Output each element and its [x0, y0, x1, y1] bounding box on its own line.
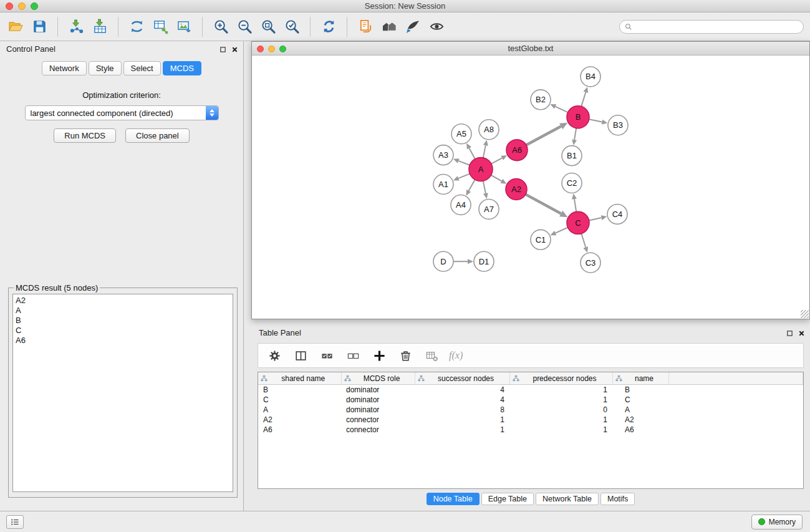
result-item[interactable]: B — [16, 316, 230, 326]
tab-mcds[interactable]: MCDS — [163, 61, 201, 75]
network-table-button[interactable] — [148, 16, 172, 37]
import-table-button[interactable] — [88, 16, 112, 37]
tab-select[interactable]: Select — [123, 61, 161, 75]
result-item[interactable]: A2 — [16, 296, 230, 306]
result-item[interactable]: C — [16, 326, 230, 336]
gear-button[interactable] — [266, 347, 283, 364]
task-history-button[interactable] — [6, 515, 24, 529]
graph-edge[interactable] — [469, 148, 475, 158]
zoom-out-button[interactable] — [233, 16, 256, 37]
graph-edge[interactable] — [458, 174, 470, 178]
graph-edge[interactable] — [469, 180, 475, 191]
float-panel-icon[interactable] — [219, 46, 226, 53]
network-close-button[interactable] — [257, 46, 264, 52]
run-mcds-button[interactable]: Run MCDS — [54, 128, 116, 143]
search-input[interactable] — [633, 22, 803, 32]
close-window-button[interactable] — [6, 2, 13, 10]
cell-successor_nodes[interactable]: 1 — [415, 415, 509, 425]
graph-edge[interactable] — [483, 145, 486, 158]
table-close-panel-icon[interactable] — [798, 330, 805, 337]
cell-name[interactable]: A — [612, 405, 668, 415]
optimization-dropdown[interactable]: largest connected component (directed) — [25, 105, 219, 120]
share-network-button[interactable] — [125, 16, 148, 37]
zoom-in-button[interactable] — [209, 16, 233, 37]
graph-edge[interactable] — [483, 181, 486, 193]
table-row[interactable]: Cdominator41C — [258, 395, 803, 405]
cell-predecessor_nodes[interactable]: 1 — [509, 395, 612, 405]
cell-mcds_role[interactable]: dominator — [341, 395, 415, 405]
resize-grip-icon[interactable] — [801, 310, 809, 318]
cell-name[interactable]: A6 — [612, 425, 668, 435]
table-row[interactable]: Bdominator41B — [258, 385, 803, 395]
network-image-button[interactable] — [172, 16, 196, 37]
graph-edge[interactable] — [458, 161, 470, 165]
zoom-fit-button[interactable] — [256, 16, 280, 37]
zoom-window-button[interactable] — [31, 2, 38, 10]
graph-edge[interactable] — [581, 234, 586, 248]
save-button[interactable] — [27, 16, 51, 37]
graph-edge[interactable] — [526, 195, 561, 214]
cell-predecessor_nodes[interactable]: 1 — [509, 415, 612, 425]
tab-node-table[interactable]: Node Table — [427, 493, 480, 505]
cell-mcds_role[interactable]: dominator — [341, 385, 415, 395]
column-header[interactable]: name — [612, 372, 668, 385]
home-button[interactable] — [377, 16, 401, 37]
graph-edge[interactable] — [574, 199, 576, 211]
cell-mcds_role[interactable]: dominator — [341, 405, 415, 415]
import-network-button[interactable] — [64, 16, 88, 37]
cell-shared_name[interactable]: C — [258, 395, 341, 405]
deselect-all-button[interactable] — [344, 347, 362, 364]
add-row-button[interactable] — [370, 347, 388, 364]
cell-shared_name[interactable]: A2 — [258, 415, 341, 425]
table-float-panel-icon[interactable] — [786, 330, 793, 337]
graph-edge[interactable] — [526, 126, 561, 145]
result-item[interactable]: A — [16, 306, 230, 316]
style-brush-button[interactable] — [401, 16, 425, 37]
mcds-result-list[interactable]: A2ABCA6 — [12, 294, 233, 492]
tab-motifs[interactable]: Motifs — [600, 493, 635, 505]
table-row[interactable]: A2connector11A2 — [258, 415, 803, 425]
graph-edge[interactable] — [589, 119, 602, 122]
cell-name[interactable]: B — [612, 385, 668, 395]
cell-mcds_role[interactable]: connector — [341, 425, 415, 435]
cell-shared_name[interactable]: A — [258, 405, 341, 415]
refresh-button[interactable] — [317, 16, 340, 37]
tab-edge-table[interactable]: Edge Table — [481, 493, 534, 505]
function-builder-button[interactable]: f(x) — [449, 350, 463, 361]
close-panel-icon[interactable] — [231, 46, 238, 53]
table-row[interactable]: A6connector11A6 — [258, 425, 803, 435]
cell-name[interactable]: A2 — [612, 415, 668, 425]
result-item[interactable]: A6 — [16, 336, 230, 346]
graph-edge[interactable] — [589, 218, 602, 220]
close-panel-button[interactable]: Close panel — [125, 128, 190, 143]
cell-successor_nodes[interactable]: 4 — [415, 395, 509, 405]
graph-edge[interactable] — [556, 107, 568, 112]
graph-edge[interactable] — [574, 128, 576, 140]
column-header[interactable]: shared name — [258, 372, 341, 385]
network-zoom-button[interactable] — [279, 46, 286, 52]
cell-successor_nodes[interactable]: 1 — [415, 425, 509, 435]
columns-button[interactable] — [292, 347, 309, 364]
graph-edge[interactable] — [581, 92, 586, 107]
tab-network-table[interactable]: Network Table — [536, 493, 599, 505]
cell-successor_nodes[interactable]: 4 — [415, 385, 509, 395]
tab-network[interactable]: Network — [42, 61, 87, 75]
network-canvas[interactable]: B4B2BB3A5A8A6B1A3AC2A1A2A4A7C4CC1C3DD1 — [252, 56, 809, 319]
open-button[interactable] — [4, 16, 27, 37]
cell-shared_name[interactable]: B — [258, 385, 341, 395]
zoom-selected-button[interactable] — [280, 16, 304, 37]
table-row[interactable]: Adominator80A — [258, 405, 803, 415]
graph-edge[interactable] — [491, 175, 502, 181]
copy-page-button[interactable] — [354, 16, 377, 37]
graph-edge[interactable] — [556, 228, 568, 233]
network-graph[interactable]: B4B2BB3A5A8A6B1A3AC2A1A2A4A7C4CC1C3DD1 — [252, 56, 809, 319]
delete-row-button[interactable] — [397, 347, 414, 364]
column-header[interactable]: successor nodes — [415, 372, 509, 385]
select-all-button[interactable] — [318, 347, 335, 364]
eye-button[interactable] — [425, 16, 448, 37]
graph-edge[interactable] — [491, 158, 502, 163]
memory-button[interactable]: Memory — [751, 515, 803, 530]
tab-style[interactable]: Style — [89, 61, 122, 75]
cell-mcds_role[interactable]: connector — [341, 415, 415, 425]
cell-successor_nodes[interactable]: 8 — [415, 405, 509, 415]
